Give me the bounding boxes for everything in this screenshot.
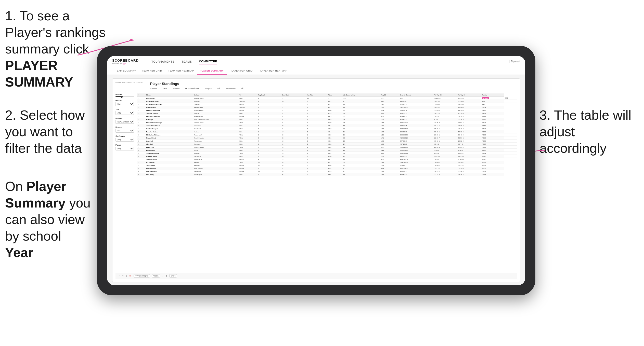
- sign-out-link[interactable]: Sign out: [511, 60, 520, 63]
- table-row[interactable]: 26Petr HrubyWashingtonFifth725068.6-1.61…: [137, 173, 517, 176]
- rank-cell: 17: [137, 146, 145, 149]
- rank-cell: 6: [137, 112, 145, 115]
- table-cell: 27-10-2: [434, 109, 458, 112]
- view-original-btn[interactable]: 👁 View: Original: [134, 274, 150, 278]
- toolbar-copy[interactable]: ⊡: [126, 275, 127, 277]
- table-row[interactable]: 20Matthew RiedelVanderbiltFifth518068.8-…: [137, 155, 517, 158]
- toolbar-undo[interactable]: ↩: [119, 275, 120, 277]
- table-cell: -0.9: [342, 161, 380, 164]
- table-row[interactable]: 18Luke PowellUCLAFirst424069.1-1.81.1350…: [137, 149, 517, 152]
- toolbar-clock[interactable]: ⏰: [129, 275, 132, 277]
- table-cell: 1: [257, 100, 281, 103]
- table-row[interactable]: 17David FordNorth CarolinaThird421069.0-…: [137, 146, 517, 149]
- table-row[interactable]: 23Jack LundinMissouriFourth1124068.6-2.5…: [137, 164, 517, 167]
- table-row[interactable]: 3Michael ThorbjornsenStanfordFourth21106…: [137, 103, 517, 106]
- rank-cell: 10: [137, 124, 145, 127]
- filter-conference: Conference (All): [115, 135, 134, 142]
- table-cell: -1.7: [342, 167, 380, 170]
- table-row[interactable]: 16Alex GoffKentuckyFifth819068.3-1.71.92…: [137, 143, 517, 146]
- table-cell: Second: [239, 100, 257, 103]
- table-cell: -0.8: [342, 152, 380, 155]
- table-row[interactable]: 12Brendan ValdesAuburnFifth517068.4-1.11…: [137, 130, 517, 133]
- table-cell: 4: [257, 149, 281, 152]
- table-row[interactable]: 22Ian GilliganFloridaThird1024168.7-0.91…: [137, 161, 517, 164]
- division-select[interactable]: NCAA Division I: [115, 120, 134, 124]
- table-row[interactable]: 5Christo LamprechtGeorgia TechFourth2212…: [137, 109, 517, 112]
- table-cell: 1.66: [380, 140, 400, 143]
- toolbar-grid[interactable]: ⊞: [166, 275, 167, 277]
- sub-nav-player-summary[interactable]: PLAYER SUMMARY: [197, 67, 227, 75]
- rank-cell: 24: [137, 167, 145, 170]
- nav-item-committee[interactable]: COMMITTEE: [199, 59, 217, 64]
- sub-nav-player-h2h-grid[interactable]: PLAYER H2H GRID: [227, 67, 255, 75]
- table-row[interactable]: 8Mats EgeEast Tennessee StateFifth124268…: [137, 118, 517, 121]
- table-cell: Vanderbilt: [194, 155, 239, 158]
- table-row[interactable]: 10Jacob Skov OlesenArkansasFifth123068.4…: [137, 124, 517, 127]
- slider-thumb[interactable]: [121, 96, 123, 98]
- table-cell: 14-5-3: [434, 115, 458, 118]
- sub-nav-team-h2h-grid[interactable]: TEAM H2H GRID: [139, 67, 165, 75]
- table-cell: 13-18-1: [434, 140, 458, 143]
- nav-item-tournaments[interactable]: TOURNAMENTS: [151, 59, 174, 64]
- table-cell: 547-142-38: [400, 106, 434, 109]
- table-cell: 10: [257, 161, 281, 164]
- table-cell: Auburn: [194, 112, 239, 115]
- table-row[interactable]: 7Nicholas GabrelcikNorth FloridaFourth12…: [137, 115, 517, 118]
- toolbar-download[interactable]: ⬇: [162, 275, 164, 277]
- sub-nav-player-h2h-heatmap[interactable]: PLAYER H2H HEATMAP: [256, 67, 290, 75]
- table-cell: 3: [257, 121, 281, 124]
- table-cell: 448-85-27: [400, 155, 434, 158]
- table-cell: 18: [281, 140, 306, 143]
- player-select[interactable]: (All): [115, 147, 134, 150]
- table-cell: 67.3: [328, 112, 342, 115]
- nav-item-teams[interactable]: TEAMS: [182, 59, 192, 64]
- table-cell: 2: [306, 106, 328, 109]
- sub-nav-team-h2h-heatmap[interactable]: TEAM H2H HEATMAP: [165, 67, 197, 75]
- table-cell: 46.77: [481, 121, 504, 124]
- table-cell: 12-16-3: [457, 118, 481, 121]
- table-row[interactable]: 19Tiger ChristensenArizonaThird523269.2-…: [137, 152, 517, 155]
- year-select[interactable]: (All): [115, 111, 134, 115]
- toolbar-redo[interactable]: ↪: [122, 275, 124, 277]
- gender-select[interactable]: Men: [115, 102, 134, 106]
- table-cell: 10-7-3: [457, 143, 481, 146]
- division-filter-label: Division: [115, 117, 134, 119]
- table-cell: 69.2: [328, 152, 342, 155]
- conference-select[interactable]: (All): [115, 138, 134, 142]
- table-cell: 24: [281, 118, 306, 121]
- table-cell: 1: [306, 158, 328, 161]
- table-cell: 377-82-17: [400, 140, 434, 143]
- watch-btn[interactable]: Watch: [152, 274, 160, 278]
- player-name-cell: Brendan Valdes: [145, 130, 194, 133]
- table-row[interactable]: 14Maxwell FordNorth CarolinaThird322069.…: [137, 136, 517, 140]
- table-row[interactable]: 9Preston SummerhaysArizona StateThird324…: [137, 121, 517, 124]
- table-row[interactable]: 25Cole SherwoodVanderbiltFourth1223169.3…: [137, 170, 517, 173]
- table-cell: -1.5: [342, 140, 380, 143]
- table-cell: 488-72-25: [400, 124, 434, 127]
- table-row[interactable]: 6Jackson KoivunAuburnFirst127167.3-2.02.…: [137, 112, 517, 115]
- table-cell: 25-42-9: [457, 158, 481, 161]
- table-cell: 52-51-10: [457, 136, 481, 140]
- table-row[interactable]: 1Wenyi DingArizona StateFirst1115167.1-3…: [137, 97, 517, 100]
- player-name-cell: Jackson Koivun: [145, 112, 194, 115]
- update-time-section: Update time: 27/03/2024 16:56:26: [115, 82, 143, 86]
- table-cell: 68.2: [328, 106, 342, 109]
- table-row[interactable]: 24Bastien AmatNew MexicoFourth127269.4-1…: [137, 167, 517, 170]
- table-row[interactable]: 21Taehoon SongWashingtonFourth423169.1-1…: [137, 158, 517, 161]
- table-row[interactable]: 13Phichaksn MaichonTexas A&MThird630169.…: [137, 133, 517, 136]
- player-name-cell: Jacob Skov Olesen: [145, 124, 194, 127]
- table-row[interactable]: 2Michael Le SassoOle MissSecond118067.1-…: [137, 100, 517, 103]
- table-cell: 406-172-16: [400, 146, 434, 149]
- table-cell: 63.89: [481, 109, 504, 112]
- table-row[interactable]: 4Luke ClantonFlorida StateSecond127268.2…: [137, 106, 517, 109]
- filter-player: Player (All): [115, 144, 134, 150]
- table-row[interactable]: 15Jake HallTennesseeFifth718068.6-1.51.6…: [137, 140, 517, 143]
- table-row[interactable]: 11Gordon SargentVanderbiltThird421068.7-…: [137, 127, 517, 130]
- share-btn[interactable]: Share: [169, 274, 177, 278]
- sub-nav-team-summary[interactable]: TEAM SUMMARY: [112, 67, 139, 75]
- no-rds-slider[interactable]: [115, 96, 134, 97]
- table-cell: 24-45-1: [457, 152, 481, 155]
- region-select[interactable]: N/A: [115, 129, 134, 133]
- table-cell: 0: [306, 155, 328, 158]
- table-cell: 533-57-16: [400, 109, 434, 112]
